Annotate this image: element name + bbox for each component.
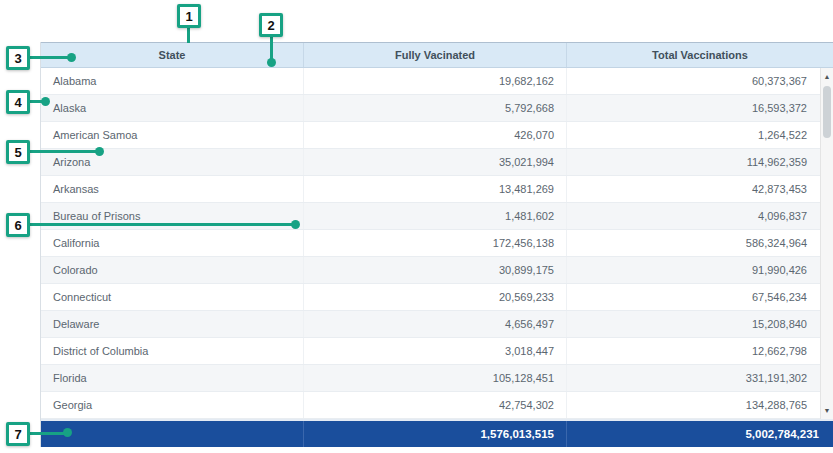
annotation-line	[270, 37, 273, 60]
scrollbar-thumb[interactable]	[823, 86, 831, 138]
table-row[interactable]: American Samoa 426,070 1,264,522	[41, 122, 833, 149]
cell-fully-vaccinated: 13,481,269	[303, 176, 566, 202]
cell-state: Florida	[41, 365, 303, 391]
column-header-fully-vaccinated[interactable]: Fully Vacinated	[303, 43, 566, 67]
annotation-dot	[267, 58, 276, 67]
cell-fully-vaccinated: 426,070	[303, 122, 566, 148]
cell-total-vaccinations: 42,873,453	[566, 176, 833, 202]
cell-total-vaccinations: 15,208,840	[566, 311, 833, 337]
cell-state: Arkansas	[41, 176, 303, 202]
table-row[interactable]: District of Columbia 3,018,447 12,662,79…	[41, 338, 833, 365]
cell-fully-vaccinated: 105,128,451	[303, 365, 566, 391]
cell-state: Alabama	[41, 68, 303, 94]
annotation-line	[30, 223, 294, 226]
cell-fully-vaccinated: 5,792,668	[303, 95, 566, 121]
cell-fully-vaccinated: 19,682,162	[303, 68, 566, 94]
cell-total-vaccinations: 114,962,359	[566, 149, 833, 175]
vaccinations-table: State Fully Vacinated Total Vaccinations…	[40, 42, 833, 447]
cell-state: California	[41, 230, 303, 256]
cell-state: Alaska	[41, 95, 303, 121]
cell-fully-vaccinated: 1,481,602	[303, 203, 566, 229]
table-row[interactable]: Alaska 5,792,668 16,593,372	[41, 95, 833, 122]
annotation-line	[30, 56, 70, 59]
scroll-down-icon[interactable]: ▼	[821, 404, 833, 417]
annotation-marker-4: 4	[6, 90, 30, 114]
cell-total-vaccinations: 134,288,765	[566, 392, 833, 418]
annotation-dot	[291, 220, 300, 229]
table-row[interactable]: Colorado 30,899,175 91,990,426	[41, 257, 833, 284]
annotation-dot	[63, 428, 72, 437]
annotation-dot	[67, 53, 76, 62]
total-total-vaccinations: 5,002,784,231	[566, 421, 833, 447]
cell-state: Colorado	[41, 257, 303, 283]
cell-total-vaccinations: 16,593,372	[566, 95, 833, 121]
cell-fully-vaccinated: 4,656,497	[303, 311, 566, 337]
table-body: Alabama 19,682,162 60,373,367 Alaska 5,7…	[41, 68, 833, 419]
cell-total-vaccinations: 67,546,234	[566, 284, 833, 310]
annotation-dot	[95, 147, 104, 156]
annotation-marker-1: 1	[177, 4, 201, 28]
annotation-line	[30, 150, 98, 153]
cell-total-vaccinations: 586,324,964	[566, 230, 833, 256]
cell-state: Delaware	[41, 311, 303, 337]
column-header-total-vaccinations[interactable]: Total Vaccinations	[566, 43, 833, 67]
total-row-state-cell	[41, 421, 303, 447]
cell-total-vaccinations: 12,662,798	[566, 338, 833, 364]
annotation-marker-3: 3	[6, 46, 30, 70]
cell-total-vaccinations: 4,096,837	[566, 203, 833, 229]
table-row[interactable]: Georgia 42,754,302 134,288,765	[41, 392, 833, 419]
cell-state: District of Columbia	[41, 338, 303, 364]
cell-total-vaccinations: 331,191,302	[566, 365, 833, 391]
cell-state: American Samoa	[41, 122, 303, 148]
annotation-marker-2: 2	[259, 13, 283, 37]
annotation-dot	[41, 97, 50, 106]
annotation-marker-6: 6	[6, 213, 30, 237]
table-row[interactable]: Alabama 19,682,162 60,373,367	[41, 68, 833, 95]
table-header-row: State Fully Vacinated Total Vaccinations	[41, 42, 833, 68]
annotation-marker-7: 7	[6, 422, 30, 446]
cell-fully-vaccinated: 35,021,994	[303, 149, 566, 175]
cell-total-vaccinations: 91,990,426	[566, 257, 833, 283]
annotation-line	[30, 432, 66, 435]
table-row[interactable]: Delaware 4,656,497 15,208,840	[41, 311, 833, 338]
cell-fully-vaccinated: 30,899,175	[303, 257, 566, 283]
scroll-up-icon[interactable]: ▲	[821, 70, 833, 83]
vertical-scrollbar[interactable]: ▲ ▼	[820, 68, 833, 419]
cell-total-vaccinations: 60,373,367	[566, 68, 833, 94]
table-row[interactable]: Connecticut 20,569,233 67,546,234	[41, 284, 833, 311]
table-total-row: 1,576,013,515 5,002,784,231	[41, 419, 833, 447]
cell-state: Georgia	[41, 392, 303, 418]
cell-total-vaccinations: 1,264,522	[566, 122, 833, 148]
cell-fully-vaccinated: 20,569,233	[303, 284, 566, 310]
table-row[interactable]: Arkansas 13,481,269 42,873,453	[41, 176, 833, 203]
cell-state: Connecticut	[41, 284, 303, 310]
annotation-line	[187, 28, 190, 43]
annotation-marker-5: 5	[6, 140, 30, 164]
column-header-state[interactable]: State	[41, 43, 303, 67]
cell-fully-vaccinated: 3,018,447	[303, 338, 566, 364]
annotated-vaccination-table-screenshot: State Fully Vacinated Total Vaccinations…	[0, 0, 833, 453]
table-row[interactable]: California 172,456,138 586,324,964	[41, 230, 833, 257]
table-row[interactable]: Florida 105,128,451 331,191,302	[41, 365, 833, 392]
cell-fully-vaccinated: 42,754,302	[303, 392, 566, 418]
table-row[interactable]: Arizona 35,021,994 114,962,359	[41, 149, 833, 176]
cell-fully-vaccinated: 172,456,138	[303, 230, 566, 256]
total-fully-vaccinated: 1,576,013,515	[303, 421, 566, 447]
